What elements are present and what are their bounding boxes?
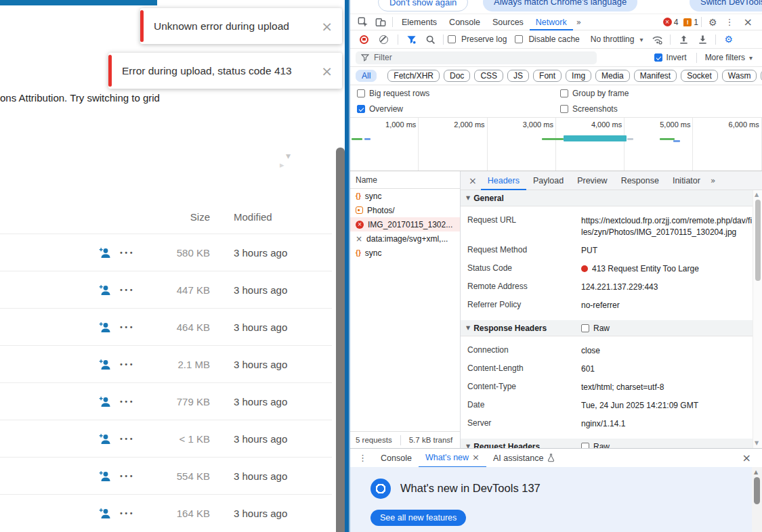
switch-to-chinese-button[interactable]: Switch DevTools to Chinese (690, 0, 762, 12)
chevron-down-icon[interactable]: ▾ (745, 54, 757, 62)
request-row[interactable]: × data:image/svg+xml,... (350, 231, 460, 246)
whats-new-scrollbar[interactable]: ▲ (752, 467, 762, 532)
tab-network[interactable]: Network (530, 14, 573, 30)
tab-console[interactable]: Console (443, 14, 486, 30)
close-drawer-icon[interactable]: × (737, 451, 757, 464)
chip-js[interactable]: JS (507, 70, 529, 82)
share-add-user-icon[interactable] (96, 322, 113, 333)
throttling-dropdown[interactable]: No throttling (591, 35, 635, 44)
raw-response-checkbox[interactable] (581, 324, 589, 332)
table-row[interactable]: ••• 464 KB 3 hours ago (0, 308, 332, 345)
network-conditions-icon[interactable] (648, 32, 666, 47)
screenshots-checkbox[interactable] (560, 105, 568, 113)
preserve-log-checkbox[interactable] (448, 35, 456, 43)
share-add-user-icon[interactable] (96, 508, 113, 519)
drawer-tab-whats-new[interactable]: What's new × (419, 449, 486, 468)
drawer-menu-icon[interactable]: ⋮ (356, 453, 374, 463)
row-actions-icon[interactable]: ••• (113, 510, 140, 517)
share-add-user-icon[interactable] (96, 247, 113, 259)
row-actions-icon[interactable]: ••• (113, 435, 140, 443)
scrollbar-thumb[interactable] (754, 477, 760, 504)
issues-badge[interactable]: ! 1 (683, 18, 698, 27)
scroll-up-icon[interactable]: ▲ (755, 192, 759, 198)
clear-log-icon[interactable] (379, 35, 388, 44)
import-har-icon[interactable] (675, 32, 692, 47)
tab-elements[interactable]: Elements (396, 14, 443, 30)
table-row[interactable]: ••• 779 KB 3 hours ago (0, 382, 332, 420)
share-add-user-icon[interactable] (96, 396, 113, 407)
search-icon[interactable] (421, 32, 439, 47)
settings-gear-icon[interactable]: ⚙ (704, 17, 721, 28)
more-tabs-icon[interactable]: » (707, 176, 719, 185)
tab-payload[interactable]: Payload (526, 171, 570, 190)
more-filters-dropdown[interactable]: More filters (705, 53, 745, 62)
response-headers-section-header[interactable]: ▼ Response Headers Raw (461, 320, 753, 336)
close-icon[interactable]: × (321, 63, 342, 79)
request-headers-section-header[interactable]: ▼ Request Headers Raw (461, 439, 753, 448)
chip-font[interactable]: Font (533, 70, 562, 82)
scrollbar-thumb[interactable] (336, 148, 345, 532)
scroll-down-icon[interactable]: ▼ (755, 440, 759, 446)
chip-img[interactable]: Img (566, 70, 591, 82)
tab-headers[interactable]: Headers (481, 171, 526, 190)
chip-doc[interactable]: Doc (444, 70, 470, 82)
more-tabs-icon[interactable]: » (573, 18, 585, 27)
device-toolbar-icon[interactable] (372, 15, 389, 30)
tab-sources[interactable]: Sources (486, 14, 530, 30)
table-row[interactable]: ••• < 1 KB 3 hours ago (0, 420, 332, 457)
column-header-modified[interactable]: Modified (210, 211, 293, 223)
disable-cache-checkbox[interactable] (515, 35, 523, 43)
see-all-new-features-button[interactable]: See all new features (371, 510, 466, 526)
big-request-rows-checkbox[interactable] (357, 89, 365, 97)
chip-fetch-xhr[interactable]: Fetch/XHR (387, 70, 440, 82)
row-actions-icon[interactable]: ••• (113, 249, 140, 257)
match-language-button[interactable]: Always match Chrome's language (483, 0, 637, 12)
export-har-icon[interactable] (694, 32, 711, 47)
close-tab-icon[interactable]: × (472, 448, 480, 467)
row-actions-icon[interactable]: ••• (113, 286, 140, 294)
inspect-element-icon[interactable] (354, 15, 372, 30)
filter-input[interactable]: Filter (356, 51, 597, 64)
share-add-user-icon[interactable] (96, 470, 113, 482)
share-add-user-icon[interactable] (96, 433, 113, 445)
chevron-down-icon[interactable]: ▾ (635, 36, 647, 43)
chip-wasm[interactable]: Wasm (722, 70, 757, 82)
drawer-tab-console[interactable]: Console (374, 449, 419, 468)
request-row[interactable]: Photos/ (350, 203, 460, 217)
dont-show-again-button[interactable]: Don't show again (378, 0, 468, 12)
tab-preview[interactable]: Preview (570, 171, 614, 190)
chip-css[interactable]: CSS (474, 70, 503, 82)
tab-response[interactable]: Response (614, 171, 666, 190)
row-actions-icon[interactable]: ••• (113, 361, 140, 368)
row-actions-icon[interactable]: ••• (113, 324, 140, 331)
close-icon[interactable]: × (321, 18, 342, 35)
chip-all[interactable]: All (356, 70, 377, 82)
chip-media[interactable]: Media (595, 70, 630, 82)
table-row[interactable]: ••• 447 KB 3 hours ago (0, 271, 332, 308)
more-options-icon[interactable]: ⋮ (721, 17, 738, 27)
table-row[interactable]: ••• 164 KB 3 hours ago (0, 494, 332, 531)
row-actions-icon[interactable]: ••• (113, 472, 140, 480)
tab-initiator[interactable]: Initiator (666, 171, 707, 190)
chip-manifest[interactable]: Manifest (634, 70, 677, 82)
request-row-selected[interactable]: × IMG_20170115_1302... (350, 217, 460, 231)
raw-request-checkbox[interactable] (581, 443, 589, 449)
close-details-icon[interactable]: × (465, 175, 481, 186)
invert-checkbox[interactable] (654, 53, 662, 62)
scrollbar-thumb[interactable] (755, 200, 761, 281)
close-devtools-icon[interactable]: × (738, 16, 758, 28)
row-actions-icon[interactable]: ••• (113, 398, 140, 405)
drawer-tab-ai-assistance[interactable]: AI assistance (486, 449, 562, 468)
overview-checkbox[interactable] (357, 105, 365, 113)
share-add-user-icon[interactable] (96, 284, 113, 296)
request-list-header-name[interactable]: Name (350, 171, 460, 189)
chip-socket[interactable]: Socket (681, 70, 718, 82)
scroll-up-icon[interactable]: ▲ (754, 469, 758, 475)
record-icon[interactable] (360, 35, 368, 44)
table-row[interactable]: ••• 554 KB 3 hours ago (0, 457, 332, 494)
table-row[interactable]: ••• 580 KB 3 hours ago (0, 234, 332, 271)
table-row[interactable]: ••• 2.1 MB 3 hours ago (0, 345, 332, 382)
network-settings-gear-icon[interactable]: ⚙ (720, 34, 737, 45)
request-row[interactable]: {} sync (350, 246, 460, 260)
filter-icon[interactable] (402, 32, 420, 47)
